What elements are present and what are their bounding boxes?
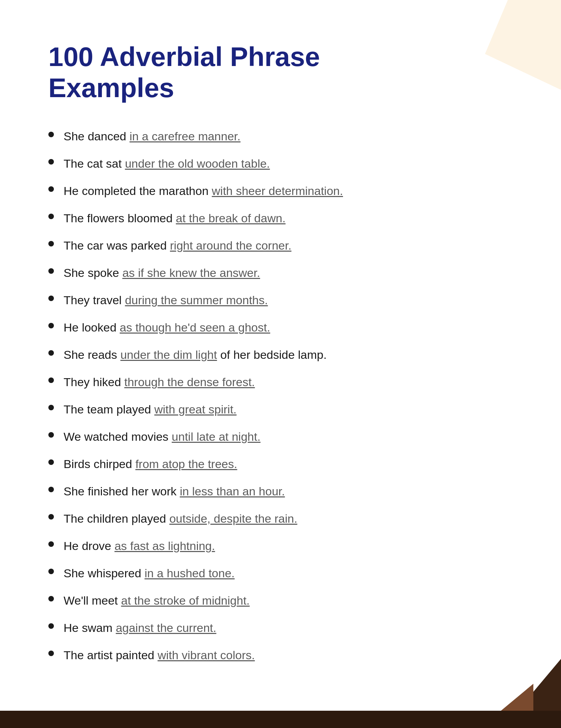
list-item: We'll meet at the stroke of midnight. — [48, 592, 359, 609]
item-text: We watched movies until late at night. — [64, 428, 359, 446]
bullet-icon — [48, 405, 54, 410]
adverbial-phrase: in a carefree manner. — [130, 130, 240, 143]
list-item: He swam against the current. — [48, 619, 359, 637]
item-text: She reads under the dim light of her bed… — [64, 346, 359, 364]
item-text: They hiked through the dense forest. — [64, 373, 359, 391]
adverbial-phrase: in a hushed tone. — [144, 567, 235, 580]
adverbial-phrase: with great spirit. — [154, 403, 237, 416]
list-item: He looked as though he'd seen a ghost. — [48, 319, 359, 336]
list-item: The team played with great spirit. — [48, 401, 359, 418]
main-content: 100 Adverbial Phrase Examples She danced… — [0, 0, 415, 708]
decorative-corner-top-right — [485, 0, 561, 90]
list-item: The cat sat under the old wooden table. — [48, 155, 359, 172]
bullet-icon — [48, 296, 54, 301]
bottom-bar — [0, 711, 561, 728]
item-text: She finished her work in less than an ho… — [64, 483, 359, 500]
adverbial-phrase: from atop the trees. — [135, 457, 237, 470]
adverbial-phrase: as if she knew the answer. — [122, 266, 260, 279]
bullet-icon — [48, 159, 54, 165]
page-title: 100 Adverbial Phrase Examples — [48, 41, 359, 103]
list-item: She finished her work in less than an ho… — [48, 483, 359, 500]
bullet-icon — [48, 487, 54, 492]
item-text: They travel during the summer months. — [64, 291, 359, 309]
adverbial-phrase: until late at night. — [172, 430, 260, 443]
adverbial-phrase: under the dim light — [120, 348, 217, 361]
adverbial-phrase: during the summer months. — [125, 293, 268, 307]
adverbial-phrase: as fast as lightning. — [114, 539, 215, 552]
adverbial-phrase: with sheer determination. — [212, 184, 343, 197]
item-text: He completed the marathon with sheer det… — [64, 182, 359, 200]
page-container: 100 Adverbial Phrase Examples She danced… — [0, 0, 561, 728]
item-text: The team played with great spirit. — [64, 401, 359, 418]
bullet-icon — [48, 241, 54, 246]
adverbial-phrase: outside, despite the rain. — [169, 512, 297, 525]
bullet-icon — [48, 323, 54, 328]
item-text: He swam against the current. — [64, 619, 359, 637]
adverbial-phrase: in less than an hour. — [180, 485, 285, 498]
bullet-icon — [48, 541, 54, 547]
bullet-icon — [48, 186, 54, 192]
bullet-icon — [48, 350, 54, 356]
list-item: He drove as fast as lightning. — [48, 537, 359, 555]
list-item: They travel during the summer months. — [48, 291, 359, 309]
bullet-icon — [48, 214, 54, 219]
adverbial-phrases-list: She danced in a carefree manner.The cat … — [48, 128, 359, 664]
bullet-icon — [48, 623, 54, 629]
list-item: She spoke as if she knew the answer. — [48, 264, 359, 282]
bullet-icon — [48, 569, 54, 574]
bullet-icon — [48, 514, 54, 520]
list-item: She reads under the dim light of her bed… — [48, 346, 359, 364]
adverbial-phrase: at the break of dawn. — [176, 212, 286, 225]
adverbial-phrase: at the stroke of midnight. — [121, 594, 249, 607]
list-item: The children played outside, despite the… — [48, 510, 359, 528]
item-text: She danced in a carefree manner. — [64, 128, 359, 145]
item-text: The artist painted with vibrant colors. — [64, 646, 359, 664]
adverbial-phrase: right around the corner. — [170, 239, 292, 252]
bullet-icon — [48, 596, 54, 601]
list-item: Birds chirped from atop the trees. — [48, 455, 359, 473]
item-text: The children played outside, despite the… — [64, 510, 359, 528]
bullet-icon — [48, 377, 54, 383]
adverbial-phrase: through the dense forest. — [124, 375, 255, 389]
list-item: He completed the marathon with sheer det… — [48, 182, 359, 200]
item-text: He looked as though he'd seen a ghost. — [64, 319, 359, 336]
bullet-icon — [48, 132, 54, 137]
list-item: The flowers bloomed at the break of dawn… — [48, 209, 359, 227]
adverbial-phrase: as though he'd seen a ghost. — [120, 321, 270, 334]
item-text: We'll meet at the stroke of midnight. — [64, 592, 359, 609]
list-item: The artist painted with vibrant colors. — [48, 646, 359, 664]
item-text: The flowers bloomed at the break of dawn… — [64, 209, 359, 227]
list-item: We watched movies until late at night. — [48, 428, 359, 446]
list-item: She danced in a carefree manner. — [48, 128, 359, 145]
adverbial-phrase: under the old wooden table. — [125, 157, 270, 170]
item-text: The cat sat under the old wooden table. — [64, 155, 359, 172]
item-text: The car was parked right around the corn… — [64, 237, 359, 254]
bullet-icon — [48, 432, 54, 438]
list-item: She whispered in a hushed tone. — [48, 564, 359, 582]
adverbial-phrase: against the current. — [116, 621, 216, 634]
bullet-icon — [48, 268, 54, 274]
item-text: She whispered in a hushed tone. — [64, 564, 359, 582]
item-text: Birds chirped from atop the trees. — [64, 455, 359, 473]
item-text: She spoke as if she knew the answer. — [64, 264, 359, 282]
list-item: They hiked through the dense forest. — [48, 373, 359, 391]
bullet-icon — [48, 651, 54, 656]
bullet-icon — [48, 459, 54, 465]
adverbial-phrase: with vibrant colors. — [158, 648, 255, 662]
item-text: He drove as fast as lightning. — [64, 537, 359, 555]
list-item: The car was parked right around the corn… — [48, 237, 359, 254]
